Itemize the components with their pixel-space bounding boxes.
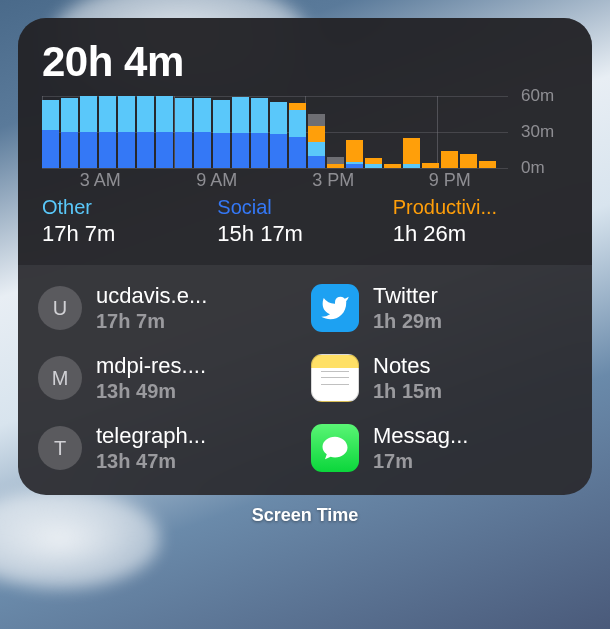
chart-bar [460,154,477,168]
app-item[interactable]: Messag...17m [311,423,572,473]
chart-bar [346,140,363,168]
chart-bar [175,98,192,168]
app-item[interactable]: Mmdpi-res....13h 49m [38,353,299,403]
total-time: 20h 4m [42,38,568,86]
screen-time-widget[interactable]: 20h 4m 60m 30m 0m 3 AM 9 AM 3 PM 9 PM [18,18,592,495]
notes-icon [311,354,359,402]
app-name: ucdavis.e... [96,283,207,309]
app-item[interactable]: Ttelegraph...13h 47m [38,423,299,473]
chart-bar [308,114,325,168]
chart-bar [156,96,173,168]
category-summary: Other 17h 7m Social 15h 17m Productivi..… [42,196,568,247]
chart-bar [422,163,439,168]
chart-bar [403,138,420,168]
hourly-chart: 60m 30m 0m 3 AM 9 AM 3 PM 9 PM [42,96,568,186]
app-time: 13h 49m [96,380,206,403]
app-name: Notes [373,353,442,379]
chart-bar [232,97,249,168]
category-productivity: Productivi... 1h 26m [393,196,568,247]
chart-bar [251,98,268,168]
app-letter-icon: T [38,426,82,470]
app-time: 1h 29m [373,310,442,333]
chart-bar [327,157,344,168]
top-apps-grid: Uucdavis.e...17h 7mTwitter1h 29mMmdpi-re… [18,265,592,495]
chart-bar [42,100,59,168]
app-name: Twitter [373,283,442,309]
app-time: 13h 47m [96,450,206,473]
app-letter-icon: U [38,286,82,330]
chart-bar [99,96,116,168]
app-time: 1h 15m [373,380,442,403]
chart-bar [479,161,496,168]
chart-bar [384,164,401,168]
chart-bar [365,158,382,168]
chart-bar [137,96,154,168]
app-name: telegraph... [96,423,206,449]
app-item[interactable]: Twitter1h 29m [311,283,572,333]
y-axis-labels: 60m 30m 0m [513,96,568,168]
chart-bar [118,96,135,168]
chart-bar [441,151,458,168]
category-other: Other 17h 7m [42,196,217,247]
twitter-icon [311,284,359,332]
x-axis-labels: 3 AM 9 AM 3 PM 9 PM [42,170,508,190]
app-name: Messag... [373,423,468,449]
messages-icon [311,424,359,472]
app-item[interactable]: Uucdavis.e...17h 7m [38,283,299,333]
chart-bar [80,96,97,168]
app-item[interactable]: Notes1h 15m [311,353,572,403]
chart-bar [289,103,306,168]
summary-section: 20h 4m 60m 30m 0m 3 AM 9 AM 3 PM 9 PM [18,18,592,265]
chart-bar [61,98,78,168]
app-time: 17m [373,450,468,473]
chart-bar [194,98,211,168]
app-time: 17h 7m [96,310,207,333]
app-name: mdpi-res.... [96,353,206,379]
app-letter-icon: M [38,356,82,400]
chart-bar [270,102,287,168]
category-social: Social 15h 17m [217,196,392,247]
chart-bar [213,100,230,168]
